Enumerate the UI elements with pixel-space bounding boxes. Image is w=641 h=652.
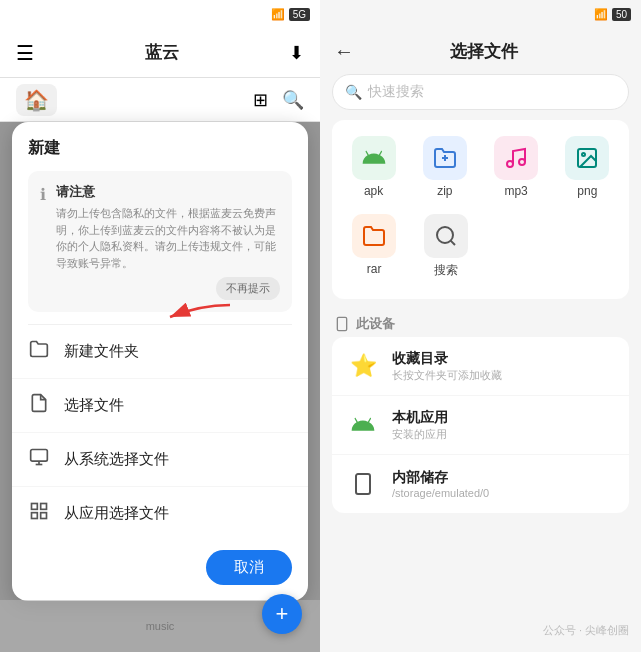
apps-item[interactable]: 本机应用 安装的应用 xyxy=(332,396,629,455)
grid-icon[interactable]: ⊞ xyxy=(253,89,268,111)
storage-info: 内部储存 /storage/emulated/0 xyxy=(392,469,615,499)
right-title: 选择文件 xyxy=(366,40,601,63)
left-statusbar: 📶 5G xyxy=(0,0,320,28)
left-content-dim: 新建 ℹ 请注意 请勿上传包含隐私的文件，根据蓝麦云免费声明，你上传到蓝麦云的文… xyxy=(0,122,320,652)
bottom-text: music xyxy=(146,620,175,632)
zip-icon-box xyxy=(423,136,467,180)
select-file-label: 选择文件 xyxy=(64,396,124,415)
png-icon-box xyxy=(565,136,609,180)
notice-text: 请勿上传包含隐私的文件，根据蓝麦云免费声明，你上传到蓝麦云的文件内容将不被认为是… xyxy=(56,205,280,271)
svg-point-10 xyxy=(507,161,513,167)
filetype-row-2: rar 搜索 xyxy=(338,208,623,285)
search-icon: 🔍 xyxy=(345,84,362,100)
no-remind-button[interactable]: 不再提示 xyxy=(216,277,280,300)
favorites-icon: ⭐ xyxy=(346,349,380,383)
mp3-label: mp3 xyxy=(504,184,527,198)
new-folder-icon xyxy=(28,339,50,364)
svg-rect-6 xyxy=(41,513,47,519)
svg-rect-5 xyxy=(32,513,38,519)
filetype-grid: apk zip mp xyxy=(332,120,629,299)
svg-rect-0 xyxy=(31,450,48,462)
app-select-item[interactable]: 从应用选择文件 xyxy=(12,487,308,540)
notice-content: 请注意 请勿上传包含隐私的文件，根据蓝麦云免费声明，你上传到蓝麦云的文件内容将不… xyxy=(56,183,280,300)
filetype-search[interactable]: 搜索 xyxy=(414,208,478,285)
filetype-png[interactable]: png xyxy=(555,130,619,204)
png-label: png xyxy=(577,184,597,198)
download-icon[interactable]: ⬇ xyxy=(289,42,304,64)
search-placeholder: 快速搜索 xyxy=(368,83,424,101)
home-icon[interactable]: 🏠 xyxy=(16,84,57,116)
filetype-zip[interactable]: zip xyxy=(413,130,477,204)
modal-card: 新建 ℹ 请注意 请勿上传包含隐私的文件，根据蓝麦云免费声明，你上传到蓝麦云的文… xyxy=(12,122,308,601)
svg-point-11 xyxy=(519,159,525,165)
system-select-label: 从系统选择文件 xyxy=(64,450,169,469)
favorites-title: 收藏目录 xyxy=(392,350,615,368)
back-button[interactable]: ← xyxy=(334,40,354,63)
favorites-info: 收藏目录 长按文件夹可添加收藏 xyxy=(392,350,615,383)
filetype-rar[interactable]: rar xyxy=(342,208,406,285)
header-icons: ⬇ xyxy=(289,42,304,64)
filetype-apk[interactable]: apk xyxy=(342,130,406,204)
section-title-text: 此设备 xyxy=(356,315,395,333)
apk-icon-box xyxy=(352,136,396,180)
system-select-item[interactable]: 从系统选择文件 xyxy=(12,433,308,487)
rar-icon-box xyxy=(352,214,396,258)
storage-item[interactable]: 内部储存 /storage/emulated/0 xyxy=(332,455,629,513)
search-icon-box xyxy=(424,214,468,258)
svg-line-15 xyxy=(451,241,455,245)
apps-sub: 安装的应用 xyxy=(392,427,615,442)
battery-icon: 5G xyxy=(289,8,310,21)
watermark: 公众号 · 尖峰创圈 xyxy=(543,623,629,638)
filetype-mp3[interactable]: mp3 xyxy=(484,130,548,204)
info-icon: ℹ xyxy=(40,185,46,204)
new-folder-label: 新建文件夹 xyxy=(64,342,139,361)
apps-title: 本机应用 xyxy=(392,409,615,427)
right-panel: 📶 50 ← 选择文件 🔍 快速搜索 apk xyxy=(320,0,641,652)
app-select-icon xyxy=(28,501,50,526)
search-icon[interactable]: 🔍 xyxy=(282,89,304,111)
select-file-icon xyxy=(28,393,50,418)
storage-sub: /storage/emulated/0 xyxy=(392,487,615,499)
menu-icon[interactable]: ☰ xyxy=(16,41,34,65)
apps-icon xyxy=(346,408,380,442)
wifi-icon: 📶 xyxy=(271,8,285,21)
zip-label: zip xyxy=(437,184,452,198)
fab-button[interactable]: + xyxy=(262,594,302,634)
search-bar[interactable]: 🔍 快速搜索 xyxy=(332,74,629,110)
svg-rect-4 xyxy=(41,504,47,510)
modal-title: 新建 xyxy=(12,122,308,159)
new-folder-item[interactable]: 新建文件夹 xyxy=(12,325,308,379)
fab-icon: + xyxy=(276,601,289,627)
filetype-row-1: apk zip mp xyxy=(338,130,623,204)
section-title: 此设备 xyxy=(320,309,641,337)
apk-label: apk xyxy=(364,184,383,198)
right-wifi-icon: 📶 xyxy=(594,8,608,21)
search-label: 搜索 xyxy=(434,262,458,279)
modal-footer: 取消 xyxy=(12,540,308,601)
storage-icon xyxy=(346,467,380,501)
storage-title: 内部储存 xyxy=(392,469,615,487)
right-status-icons: 📶 50 xyxy=(594,8,631,21)
mp3-icon-box xyxy=(494,136,538,180)
left-status-icons: 📶 5G xyxy=(271,8,310,21)
right-header: ← 选择文件 xyxy=(320,28,641,74)
notice-box: ℹ 请注意 请勿上传包含隐私的文件，根据蓝麦云免费声明，你上传到蓝麦云的文件内容… xyxy=(28,171,292,312)
left-toolbar: 🏠 ⊞ 🔍 xyxy=(0,78,320,122)
right-statusbar: 📶 50 xyxy=(320,0,641,28)
favorites-item[interactable]: ⭐ 收藏目录 长按文件夹可添加收藏 xyxy=(332,337,629,396)
notice-btn-container: 不再提示 xyxy=(56,277,280,300)
select-file-item[interactable]: 选择文件 xyxy=(12,379,308,433)
device-list: ⭐ 收藏目录 长按文件夹可添加收藏 本机应用 安装的应用 xyxy=(332,337,629,513)
left-panel: 📶 5G ☰ 蓝云 ⬇ 🏠 ⊞ 🔍 新建 ℹ 请注意 请勿上传包含隐私的文 xyxy=(0,0,320,652)
left-title: 蓝云 xyxy=(145,41,179,64)
notice-title: 请注意 xyxy=(56,183,280,201)
svg-rect-3 xyxy=(32,504,38,510)
left-header: ☰ 蓝云 ⬇ xyxy=(0,28,320,78)
rar-label: rar xyxy=(367,262,382,276)
cancel-button[interactable]: 取消 xyxy=(206,550,292,585)
app-select-label: 从应用选择文件 xyxy=(64,504,169,523)
svg-point-14 xyxy=(437,227,453,243)
right-battery-icon: 50 xyxy=(612,8,631,21)
apps-info: 本机应用 安装的应用 xyxy=(392,409,615,442)
favorites-sub: 长按文件夹可添加收藏 xyxy=(392,368,615,383)
